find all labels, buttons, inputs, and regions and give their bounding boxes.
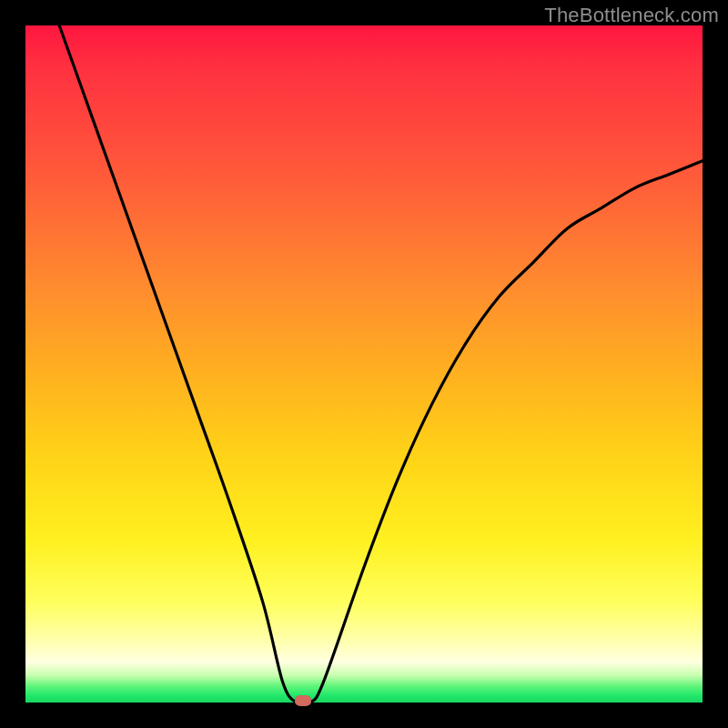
optimal-point-marker <box>295 695 311 706</box>
chart-plot-area <box>25 25 703 703</box>
watermark-text: TheBottleneck.com <box>544 4 719 27</box>
chart-frame: TheBottleneck.com <box>0 0 728 728</box>
bottleneck-curve <box>25 25 703 703</box>
